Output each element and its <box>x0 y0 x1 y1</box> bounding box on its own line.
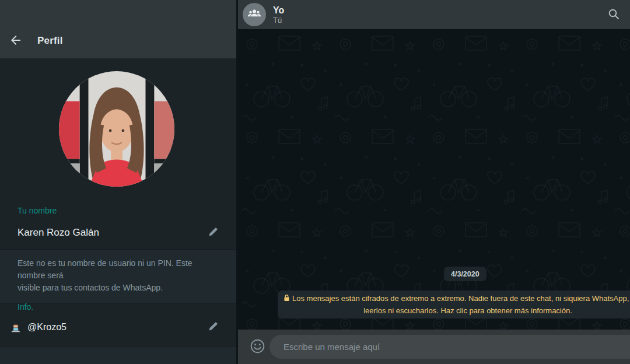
pencil-icon <box>208 226 219 239</box>
info-label: Info. <box>18 302 33 312</box>
message-input[interactable] <box>270 335 630 359</box>
profile-photo-image <box>59 71 174 187</box>
info-value: @Krozo5 <box>27 322 206 332</box>
group-people-icon <box>247 6 262 23</box>
edit-name-button[interactable] <box>206 226 219 239</box>
name-label: Tu nombre <box>18 206 57 215</box>
profile-photo[interactable] <box>59 71 174 187</box>
profile-drawer-body: Tu nombre Karen Rozo Galán Este no es tu… <box>0 58 237 364</box>
profile-drawer-header: Perfil <box>0 0 237 58</box>
profile-drawer: Perfil <box>0 0 237 364</box>
name-hint-line: visible para tus contactos de WhatsApp. <box>18 282 220 294</box>
chat-subtitle: Tú <box>273 16 606 25</box>
arrow-left-icon <box>9 33 23 49</box>
e2e-banner-line2: leerlos ni escucharlos. Haz clic para ob… <box>284 305 630 317</box>
drawer-title: Perfil <box>37 35 63 47</box>
name-hint: Este no es tu nombre de usuario ni un PI… <box>0 249 237 303</box>
lock-icon <box>284 293 290 305</box>
magnifier-icon <box>607 8 620 22</box>
name-hint-line: Este no es tu nombre de usuario ni un PI… <box>18 257 220 282</box>
message-composer <box>238 330 630 364</box>
info-row: @Krozo5 <box>0 321 237 334</box>
chat-wallpaper-pattern <box>238 29 630 330</box>
date-chip: 4/3/2020 <box>444 267 487 281</box>
emoji-button[interactable] <box>249 338 266 356</box>
edit-info-button[interactable] <box>206 321 219 334</box>
chat-header-titles[interactable]: Yo Tú <box>273 5 606 25</box>
chat-header: Yo Tú <box>238 0 630 29</box>
name-row: Karen Rozo Galán <box>0 226 237 239</box>
e2e-encryption-banner[interactable]: Los mensajes están cifrados de extremo a… <box>278 290 630 318</box>
technologist-emoji-icon <box>9 321 22 334</box>
profile-name: Karen Rozo Galán <box>18 227 99 239</box>
chat-panel: Yo Tú <box>238 0 630 364</box>
search-button[interactable] <box>606 6 622 23</box>
pencil-icon <box>208 321 219 334</box>
e2e-banner-line1: Los mensajes están cifrados de extremo a… <box>284 293 630 305</box>
back-button[interactable] <box>7 33 24 48</box>
chat-avatar[interactable] <box>243 3 266 26</box>
drawer-bottom-spacer <box>0 346 237 364</box>
chat-title: Yo <box>273 5 606 16</box>
chat-body: 4/3/2020 Los mensajes están cifrados de … <box>238 29 630 330</box>
smiley-icon <box>250 338 265 356</box>
